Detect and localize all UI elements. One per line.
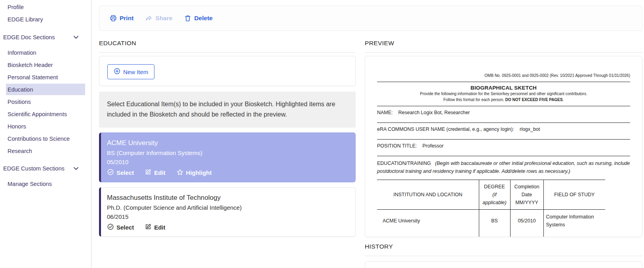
check-circle-icon <box>107 223 114 232</box>
col-degree-header: DEGREE(if applicable) <box>479 180 510 210</box>
education-training-label: EDUCATION/TRAINING <box>377 161 431 166</box>
select-label: Select <box>116 224 134 231</box>
cell-degree: BS <box>479 210 510 232</box>
name-label: NAME: <box>377 110 393 115</box>
selection-instructions: Select Educational Item(s) to be include… <box>99 92 356 128</box>
edit-label: Edit <box>154 224 165 231</box>
chevron-down-icon <box>73 34 79 40</box>
preview-section-title: PREVIEW <box>365 40 642 47</box>
degree-line: BS (Computer Information Systems) <box>107 148 348 157</box>
era-commons-label: eRA COMMONS USER NAME (credential, e.g.,… <box>377 126 514 132</box>
sidebar-item-research[interactable]: Research <box>6 145 85 157</box>
delete-button[interactable]: Delete <box>184 15 213 22</box>
print-label: Print <box>120 15 133 22</box>
new-item-label: New Item <box>123 69 148 75</box>
document-subtitle-2: Follow this format for each person. DO N… <box>377 97 630 103</box>
share-button[interactable]: Share <box>145 15 172 22</box>
table-header-row: INSTITUTION AND LOCATION DEGREE(if appli… <box>377 180 605 210</box>
document-subtitle-1: Provide the following information for th… <box>377 91 630 97</box>
sidebar-doc-section-items: Information Biosketch Header Personal St… <box>0 47 91 157</box>
section-divider <box>365 256 642 256</box>
chevron-down-icon <box>73 165 79 172</box>
edit-button[interactable]: Edit <box>145 223 165 232</box>
biosketch-preview-document: OMB No. 0925-0001 and 0925-0002 (Rev. 10… <box>365 56 642 237</box>
section-divider <box>365 52 642 53</box>
education-item-card-mit[interactable]: Massachusetts Institute of Technology Ph… <box>99 187 356 237</box>
sidebar-item-profile[interactable]: Profile <box>0 1 91 13</box>
printer-icon <box>110 15 117 22</box>
app-root: Profile EDGE Library EDGE Doc Sections I… <box>0 0 644 268</box>
sidebar-group-edge-custom-sections[interactable]: EDGE Custom Sections <box>0 162 91 175</box>
preview-panel: PREVIEW OMB No. 0925-0001 and 0925-0002 … <box>365 40 642 268</box>
sidebar-item-edge-library[interactable]: EDGE Library <box>0 13 91 25</box>
table-row-clipped <box>377 232 605 237</box>
delete-label: Delete <box>194 15 213 22</box>
sidebar-item-education[interactable]: Education <box>6 84 85 95</box>
sidebar-item-personal-statement[interactable]: Personal Statement <box>6 71 85 83</box>
new-item-card: New Item <box>99 56 356 86</box>
new-item-button[interactable]: New Item <box>107 64 154 79</box>
sidebar-group-label: EDGE Custom Sections <box>3 165 65 172</box>
print-button[interactable]: Print <box>110 15 133 22</box>
era-commons-row: eRA COMMONS USER NAME (credential, e.g.,… <box>377 123 630 136</box>
degree-line: Ph.D. (Computer Science and Artificial I… <box>107 203 348 212</box>
era-commons-value: rlogx_bot <box>520 126 540 132</box>
sidebar-item-honors[interactable]: Honors <box>6 121 85 132</box>
document-toolbar: Print Share Delete <box>99 6 642 31</box>
sidebar-group-edge-doc-sections[interactable]: EDGE Doc Sections <box>0 31 91 44</box>
institution-name: ACME University <box>107 138 348 148</box>
history-card <box>365 261 642 268</box>
star-icon <box>176 168 184 177</box>
do-not-exceed-text: DO NOT EXCEED FIVE PAGES <box>505 98 563 102</box>
item-actions: Select Edit <box>107 223 348 232</box>
main-content: Print Share Delete <box>91 0 644 268</box>
sidebar-item-positions[interactable]: Positions <box>6 96 85 107</box>
sidebar-item-scientific-appointments[interactable]: Scientific Appointments <box>6 108 85 120</box>
education-section-title: EDUCATION <box>99 40 356 47</box>
share-arrow-icon <box>145 15 152 22</box>
education-training-heading: EDUCATION/TRAINING (Begin with baccalaur… <box>377 156 630 178</box>
pencil-square-icon <box>145 223 152 232</box>
document-rule <box>377 82 630 82</box>
education-editor-panel: EDUCATION New Item Select Educational It… <box>99 40 356 268</box>
section-divider <box>99 52 356 53</box>
check-circle-icon <box>107 168 114 177</box>
edit-label: Edit <box>154 169 165 176</box>
position-title-label: POSITION TITLE: <box>377 143 417 149</box>
col-institution-header: INSTITUTION AND LOCATION <box>377 180 479 210</box>
completion-date: 06/2015 <box>107 212 348 221</box>
sidebar-item-contributions-to-science[interactable]: Contributions to Science <box>6 133 85 144</box>
edit-button[interactable]: Edit <box>145 168 165 177</box>
position-title-value: Professor <box>422 143 444 149</box>
select-button[interactable]: Select <box>107 168 134 177</box>
omb-number-line: OMB No. 0925-0001 and 0925-0002 (Rev. 10… <box>377 73 630 78</box>
col-field-header: FIELD OF STUDY <box>543 180 605 210</box>
cell-completion: 05/2010 <box>510 210 543 232</box>
document-title: BIOGRAPHICAL SKETCH <box>377 85 630 91</box>
select-button[interactable]: Select <box>107 223 134 232</box>
education-item-card-acme[interactable]: ACME University BS (Computer Information… <box>99 132 356 182</box>
completion-date: 05/2010 <box>107 157 348 167</box>
sidebar: Profile EDGE Library EDGE Doc Sections I… <box>0 0 91 268</box>
share-label: Share <box>155 15 172 22</box>
highlight-label: Highlight <box>186 169 212 176</box>
name-value: Research Logix Bot, Researcher <box>398 110 470 115</box>
education-training-table: INSTITUTION AND LOCATION DEGREE(if appli… <box>377 180 605 237</box>
history-section-title: HISTORY <box>365 243 642 250</box>
item-actions: Select Edit <box>107 168 348 177</box>
cell-institution: ACME University <box>377 210 479 232</box>
select-label: Select <box>116 169 134 176</box>
cell-field: Computer Information Systems <box>543 210 605 232</box>
trash-icon <box>184 15 191 22</box>
sidebar-group-label: EDGE Doc Sections <box>3 33 55 41</box>
position-title-row: POSITION TITLE:Professor <box>377 140 630 153</box>
institution-name: Massachusetts Institute of Technology <box>107 193 348 203</box>
name-row: NAME:Research Logix Bot, Researcher <box>377 106 630 119</box>
sidebar-item-biosketch-header[interactable]: Biosketch Header <box>6 59 85 71</box>
sidebar-item-manage-sections[interactable]: Manage Sections <box>6 178 85 190</box>
table-row: ACME University BS 05/2010 Computer Info… <box>377 210 605 232</box>
highlight-button[interactable]: Highlight <box>176 168 212 177</box>
sidebar-item-information[interactable]: Information <box>6 47 85 58</box>
col-completion-header: Completion Date MM/YYYY <box>510 180 543 210</box>
pencil-square-icon <box>145 168 152 177</box>
